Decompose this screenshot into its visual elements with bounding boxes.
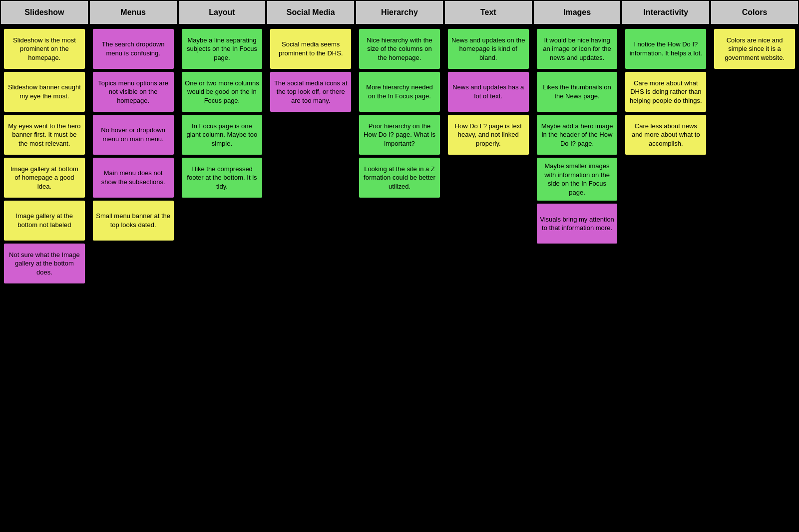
col-content-6: It would be nice having an image or icon… bbox=[533, 25, 622, 287]
col-header-0: Slideshow bbox=[0, 0, 89, 25]
note-2-1: One or two more columns would be good on… bbox=[182, 72, 263, 112]
note-5-0: News and updates on the homepage is kind… bbox=[448, 29, 529, 69]
note-4-0: Nice hierarchy with the size of the colu… bbox=[359, 29, 440, 69]
note-1-4: Small menu banner at the top looks dated… bbox=[93, 201, 174, 241]
col-header-4: Hierarchy bbox=[355, 0, 444, 25]
note-1-1: Topics menu options are not visible on t… bbox=[93, 72, 174, 112]
note-0-3: Image gallery at bottom of homepage a go… bbox=[4, 158, 85, 198]
col-content-5: News and updates on the homepage is kind… bbox=[444, 25, 533, 287]
note-7-2: Care less about news and more about what… bbox=[625, 115, 706, 155]
note-0-1: Slideshow banner caught my eye the most. bbox=[4, 72, 85, 112]
col-content-2: Maybe a line separating subjects on the … bbox=[178, 25, 267, 287]
note-4-1: More hierarchy needed on the In Focus pa… bbox=[359, 72, 440, 112]
note-0-2: My eyes went to the hero banner first. I… bbox=[4, 115, 85, 155]
col-header-3: Social Media bbox=[266, 0, 355, 25]
col-header-6: Images bbox=[533, 0, 622, 25]
col-content-3: Social media seems prominent to the DHS.… bbox=[266, 25, 355, 287]
note-3-1: The social media icons at the top look o… bbox=[270, 72, 351, 112]
note-2-0: Maybe a line separating subjects on the … bbox=[182, 29, 263, 69]
note-6-2: Maybe add a hero image in the header of … bbox=[537, 115, 618, 155]
note-6-3: Maybe smaller images with information on… bbox=[537, 158, 618, 201]
col-header-2: Layout bbox=[178, 0, 267, 25]
col-header-8: Colors bbox=[710, 0, 799, 25]
main-grid: SlideshowMenusLayoutSocial MediaHierarch… bbox=[0, 0, 799, 287]
note-6-1: Likes the thumbnails on the News page. bbox=[537, 72, 618, 112]
note-2-3: I like the compressed footer at the bott… bbox=[182, 158, 263, 198]
note-4-2: Poor hierarchy on the How Do I? page. Wh… bbox=[359, 115, 440, 155]
col-content-7: I notice the How Do I? information. It h… bbox=[621, 25, 710, 287]
col-content-0: Slideshow is the most prominent on the h… bbox=[0, 25, 89, 287]
note-7-0: I notice the How Do I? information. It h… bbox=[625, 29, 706, 69]
note-1-3: Main menu does not show the subsections. bbox=[93, 158, 174, 198]
note-3-0: Social media seems prominent to the DHS. bbox=[270, 29, 351, 69]
col-header-7: Interactivity bbox=[621, 0, 710, 25]
note-5-1: News and updates has a lot of text. bbox=[448, 72, 529, 112]
note-7-1: Care more about what DHS is doing rather… bbox=[625, 72, 706, 112]
note-6-0: It would be nice having an image or icon… bbox=[537, 29, 618, 69]
note-1-2: No hover or dropdown menu on main menu. bbox=[93, 115, 174, 155]
note-0-5: Not sure what the Image gallery at the b… bbox=[4, 244, 85, 283]
col-header-5: Text bbox=[444, 0, 533, 25]
col-header-1: Menus bbox=[89, 0, 178, 25]
note-6-4: Visuals bring my attention to that infor… bbox=[537, 204, 618, 244]
note-4-3: Looking at the site in a Z formation cou… bbox=[359, 158, 440, 198]
note-1-0: The search dropdown menu is confusing. bbox=[93, 29, 174, 69]
col-content-4: Nice hierarchy with the size of the colu… bbox=[355, 25, 444, 287]
col-content-1: The search dropdown menu is confusing.To… bbox=[89, 25, 178, 287]
note-0-4: Image gallery at the bottom not labeled bbox=[4, 201, 85, 241]
note-8-0: Colors are nice and simple since it is a… bbox=[714, 29, 795, 69]
note-2-2: In Focus page is one giant column. Maybe… bbox=[182, 115, 263, 155]
note-5-2: How Do I ? page is text heavy, and not l… bbox=[448, 115, 529, 155]
col-content-8: Colors are nice and simple since it is a… bbox=[710, 25, 799, 287]
note-0-0: Slideshow is the most prominent on the h… bbox=[4, 29, 85, 69]
